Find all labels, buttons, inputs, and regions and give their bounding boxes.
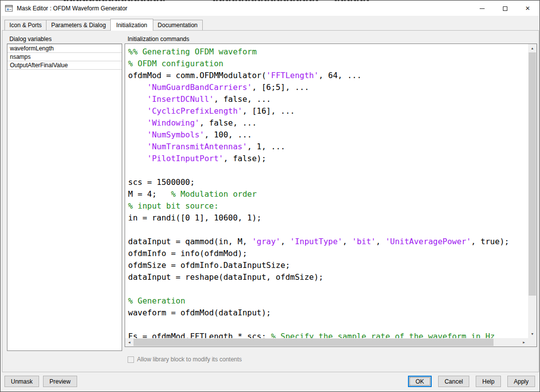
- tab-initialization[interactable]: Initialization: [110, 19, 153, 31]
- horizontal-scroll-thumb[interactable]: [134, 339, 494, 346]
- window-icon: [5, 4, 13, 12]
- allow-library-row: Allow library block to modify its conten…: [128, 356, 242, 363]
- tab-content-pane: Dialog variables waveformLengthnsampsOut…: [2, 30, 539, 372]
- scroll-left-icon[interactable]: ◄: [125, 338, 134, 347]
- code-line: % OFDM configuration: [128, 58, 528, 70]
- code-line: scs = 1500000;: [128, 176, 528, 188]
- maximize-button[interactable]: [494, 1, 516, 16]
- help-button[interactable]: Help: [476, 376, 501, 387]
- code-line: % input bit source:: [128, 200, 528, 212]
- apply-button[interactable]: Apply: [507, 376, 535, 387]
- title-bar[interactable]: Mask Editor : OFDM Waveform Generator ✕: [1, 1, 539, 16]
- minimize-icon: [480, 8, 485, 9]
- code-line: dataInput = reshape(dataInput, ofdmSize)…: [128, 271, 528, 283]
- footer-right-buttons: OKCancelHelpApply: [408, 376, 535, 387]
- code-line: Fs = ofdmMod.FFTLength * scs; % Specify …: [128, 331, 528, 338]
- code-line: 'NumTransmitAntennas', 1, ...: [128, 141, 528, 153]
- code-line: 'InsertDCNull', false, ...: [128, 93, 528, 105]
- dialog-variable-row[interactable]: waveformLength: [7, 44, 122, 53]
- tab-parameters-dialog[interactable]: Parameters & Dialog: [46, 20, 111, 30]
- vertical-scroll-thumb[interactable]: [529, 52, 536, 296]
- dialog-variables-label: Dialog variables: [9, 36, 51, 43]
- code-line: [128, 224, 528, 236]
- code-line: [128, 165, 528, 176]
- ok-button[interactable]: OK: [408, 376, 432, 387]
- scroll-down-icon[interactable]: ▼: [528, 330, 537, 338]
- close-button[interactable]: ✕: [516, 1, 539, 16]
- tab-strip: Icon & PortsParameters & DialogInitializ…: [2, 19, 538, 31]
- cancel-button[interactable]: Cancel: [438, 376, 469, 387]
- footer-bar: UnmaskPreview OKCancelHelpApply: [0, 371, 540, 392]
- code-line: ofdmInfo = info(ofdmMod);: [128, 248, 528, 260]
- window-title: Mask Editor : OFDM Waveform Generator: [17, 5, 128, 12]
- code-lines[interactable]: %% Generating OFDM waveform% OFDM config…: [125, 44, 528, 338]
- close-icon: ✕: [525, 5, 530, 11]
- allow-library-checkbox: [128, 356, 134, 363]
- code-line: 'Windowing', false, ...: [128, 117, 528, 129]
- scrollbar-corner: [528, 338, 537, 347]
- tab-icon-ports[interactable]: Icon & Ports: [4, 20, 46, 30]
- preview-button[interactable]: Preview: [43, 376, 77, 387]
- code-editor[interactable]: %% Generating OFDM waveform% OFDM config…: [125, 44, 537, 347]
- footer-left-buttons: UnmaskPreview: [4, 376, 77, 387]
- code-line: [128, 319, 528, 331]
- tab-documentation[interactable]: Documentation: [153, 20, 203, 30]
- code-line: in = randi([0 1], 10600, 1);: [128, 212, 528, 224]
- maximize-icon: [503, 6, 507, 11]
- scroll-up-icon[interactable]: ▲: [528, 44, 537, 52]
- horizontal-scrollbar[interactable]: ◄ ►: [125, 338, 528, 347]
- code-line: %% Generating OFDM waveform: [128, 46, 528, 58]
- code-line: M = 4; % Modulation order: [128, 188, 528, 200]
- window-controls: ✕: [471, 1, 539, 16]
- mask-editor-window: Mask Editor : OFDM Waveform Generator ✕ …: [0, 0, 540, 392]
- dialog-variable-row[interactable]: OutputAfterFinalValue: [7, 61, 122, 70]
- unmask-button[interactable]: Unmask: [4, 376, 39, 387]
- scroll-right-icon[interactable]: ►: [520, 338, 528, 347]
- code-line: ofdmSize = ofdmInfo.DataInputSize;: [128, 260, 528, 271]
- code-line: dataInput = qammod(in, M, 'gray', 'Input…: [128, 236, 528, 248]
- dialog-variables-list[interactable]: waveformLengthnsampsOutputAfterFinalValu…: [7, 44, 122, 351]
- code-line: [128, 283, 528, 295]
- code-line: ofdmMod = comm.OFDMModulator('FFTLength'…: [128, 70, 528, 82]
- code-line: % Generation: [128, 295, 528, 307]
- vertical-scrollbar[interactable]: ▲ ▼: [528, 44, 537, 338]
- allow-library-label: Allow library block to modify its conten…: [137, 356, 242, 363]
- code-line: 'NumSymbols', 100, ...: [128, 129, 528, 141]
- minimize-button[interactable]: [471, 1, 494, 16]
- code-line: 'PilotInputPort', false);: [128, 153, 528, 165]
- dialog-variable-row[interactable]: nsamps: [7, 52, 122, 61]
- code-line: 'NumGuardBandCarriers', [6;5], ...: [128, 82, 528, 93]
- initialization-commands-label: Initialization commands: [128, 36, 189, 43]
- code-line: waveform = ofdmMod(dataInput);: [128, 307, 528, 319]
- code-line: 'CyclicPrefixLength', [16], ...: [128, 105, 528, 117]
